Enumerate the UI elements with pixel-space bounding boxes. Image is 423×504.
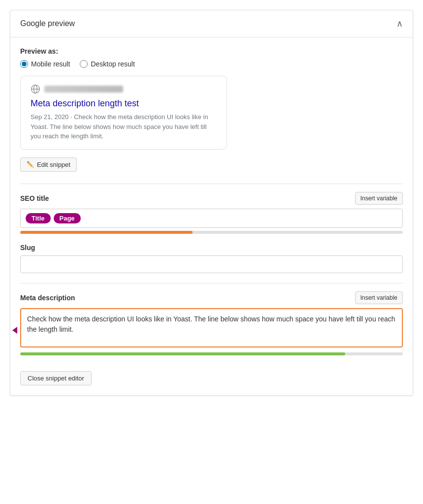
preview-as-radio-group: Mobile result Desktop result (20, 60, 403, 68)
panel-header: Google preview ∧ (10, 10, 413, 37)
panel-title: Google preview (20, 19, 75, 28)
meta-description-arrow-indicator (12, 327, 17, 334)
meta-description-insert-variable-button[interactable]: Insert variable (355, 291, 403, 304)
collapse-icon[interactable]: ∧ (396, 18, 403, 29)
desktop-result-radio[interactable] (80, 60, 88, 68)
seo-title-progress-fill (20, 231, 193, 234)
seo-title-label: SEO title (20, 194, 49, 202)
meta-description-insert-variable-label: Insert variable (360, 294, 397, 301)
meta-description-wrapper (20, 308, 403, 352)
seo-title-field[interactable]: Title Page (20, 209, 403, 228)
meta-description-header: Meta description Insert variable (20, 291, 403, 304)
meta-description-input[interactable] (20, 308, 403, 347)
preview-url-blurred (44, 86, 123, 93)
google-preview-card: Meta description length test Sep 21, 202… (20, 76, 227, 150)
slug-label: Slug (20, 244, 35, 252)
seo-title-tag-page: Page (54, 213, 81, 223)
mobile-result-option[interactable]: Mobile result (20, 60, 70, 68)
preview-title[interactable]: Meta description length test (31, 98, 217, 109)
google-preview-panel: Google preview ∧ Preview as: Mobile resu… (10, 10, 413, 396)
edit-snippet-button[interactable]: ✏️ Edit snippet (20, 158, 77, 172)
preview-as-label: Preview as: (20, 47, 403, 55)
seo-title-progress-bar (20, 231, 403, 234)
edit-snippet-label: Edit snippet (37, 161, 70, 168)
slug-header: Slug (20, 244, 403, 252)
slug-input[interactable] (20, 255, 403, 273)
seo-title-insert-variable-label: Insert variable (360, 195, 397, 202)
section-divider-2 (20, 283, 403, 284)
desktop-result-option[interactable]: Desktop result (80, 60, 134, 68)
close-snippet-editor-button[interactable]: Close snippet editor (20, 371, 92, 385)
meta-description-progress-fill (20, 352, 345, 355)
mobile-result-radio[interactable] (20, 60, 28, 68)
preview-meta: Sep 21, 2020 · Check how the meta descri… (31, 112, 217, 141)
section-divider-1 (20, 184, 403, 184)
mobile-result-label: Mobile result (31, 60, 70, 68)
panel-body: Preview as: Mobile result Desktop result (10, 37, 413, 395)
preview-date: Sep 21, 2020 (31, 113, 68, 121)
desktop-result-label: Desktop result (91, 60, 134, 68)
seo-title-header: SEO title Insert variable (20, 192, 403, 205)
pencil-icon: ✏️ (27, 161, 34, 168)
preview-url-row (31, 84, 217, 94)
globe-icon (31, 84, 40, 94)
meta-description-label: Meta description (20, 294, 75, 302)
close-snippet-label: Close snippet editor (28, 375, 84, 382)
seo-title-insert-variable-button[interactable]: Insert variable (355, 192, 403, 205)
meta-description-progress-bar: ↙ (20, 352, 403, 355)
seo-title-tag-title: Title (26, 213, 51, 223)
